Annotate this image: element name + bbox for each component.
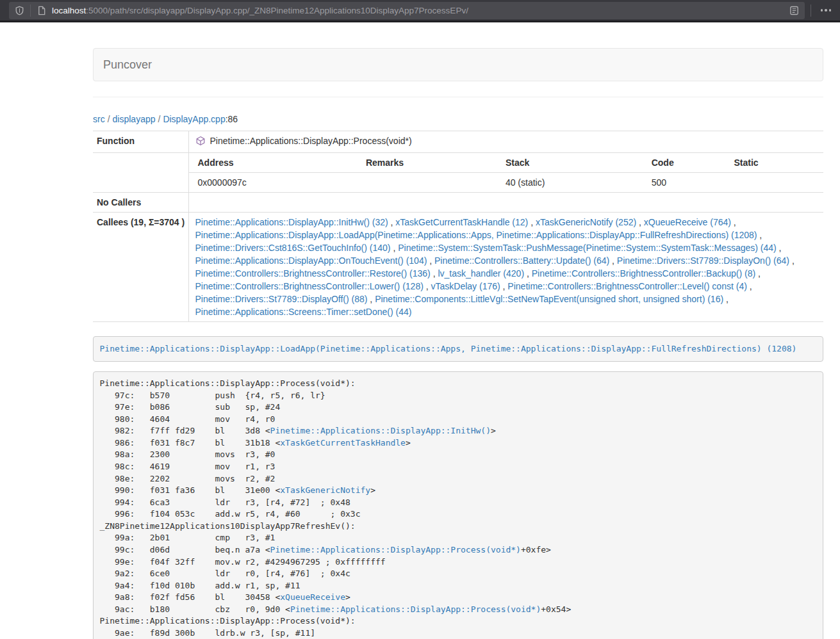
callees-row: Callees (19, Σ=3704 ) Pinetime::Applicat…: [93, 213, 823, 322]
callee-link[interactable]: xQueueReceive (764): [644, 217, 731, 227]
stack-value: 40 (static): [497, 173, 643, 193]
app-navbar: Puncover: [93, 48, 823, 81]
callee-link[interactable]: xTaskGetCurrentTaskHandle (12): [395, 217, 528, 227]
function-name: Pinetime::Applications::DisplayApp::Proc…: [210, 134, 412, 147]
callee-link[interactable]: Pinetime::Controllers::BrightnessControl…: [532, 268, 755, 279]
static-value: [725, 173, 823, 193]
col-header-remarks: Remarks: [357, 153, 497, 173]
callee-link[interactable]: lv_task_handler (420): [438, 268, 524, 279]
callee-link[interactable]: Pinetime::Controllers::BrightnessControl…: [507, 281, 746, 291]
callee-link[interactable]: Pinetime::Applications::DisplayApp::OnTo…: [195, 255, 427, 266]
toolbar-divider: [811, 4, 811, 17]
address-value: 0x0000097c: [189, 173, 357, 193]
callees-label: Callees (19, Σ=3704 ): [93, 213, 188, 322]
asm-symbol-link[interactable]: xTaskGetCurrentTaskHandle: [280, 438, 406, 448]
metrics-values-row: 0x0000097c 40 (static) 500: [189, 173, 824, 193]
col-header-code: Code: [643, 153, 725, 173]
breadcrumb-separator: /: [156, 114, 163, 124]
breadcrumb-link-file[interactable]: DisplayApp.cpp: [163, 114, 225, 124]
function-row: Function Pinetime::Applications::Display…: [93, 131, 823, 153]
callee-link[interactable]: xTaskGenericNotify (252): [536, 217, 636, 227]
callee-link[interactable]: Pinetime::Drivers::Cst816S::GetTouchInfo…: [195, 243, 391, 253]
browser-toolbar: localhost:5000/path/src/displayapp/Displ…: [0, 0, 840, 22]
highlighted-symbol-box: Pinetime::Applications::DisplayApp::Load…: [93, 336, 823, 362]
asm-symbol-link[interactable]: Pinetime::Applications::DisplayApp::Proc…: [270, 545, 521, 554]
callee-link[interactable]: Pinetime::Controllers::BrightnessControl…: [195, 281, 424, 291]
page-icon: [37, 5, 47, 15]
remarks-value: [357, 173, 497, 193]
callee-link[interactable]: Pinetime::Components::LittleVgl::SetNewT…: [375, 294, 723, 304]
callee-link[interactable]: Pinetime::Drivers::St7789::DisplayOn() (…: [617, 255, 789, 266]
no-callers-row: No Callers: [93, 193, 823, 213]
breadcrumb-line-number: :86: [226, 114, 238, 124]
breadcrumb-link-src[interactable]: src: [93, 114, 105, 124]
function-label: Function: [93, 131, 188, 153]
asm-symbol-link[interactable]: Pinetime::Applications::DisplayApp::Proc…: [290, 604, 541, 614]
symbol-detail-table: Function Pinetime::Applications::Display…: [93, 131, 823, 322]
metrics-table: Address Remarks Stack Code Static 0x0000…: [189, 153, 824, 192]
callee-link[interactable]: vTaskDelay (176): [431, 281, 500, 291]
asm-symbol-link[interactable]: xQueueReceive: [280, 592, 345, 602]
col-header-static: Static: [725, 153, 823, 173]
callee-link[interactable]: Pinetime::System::SystemTask::PushMessag…: [398, 243, 777, 253]
breadcrumb: src/displayapp/DisplayApp.cpp:86: [93, 113, 823, 125]
url-bar[interactable]: localhost:5000/path/src/displayapp/Displ…: [9, 2, 805, 19]
breadcrumb-link-displayapp[interactable]: displayapp: [113, 114, 156, 124]
shield-icon[interactable]: [14, 5, 24, 15]
highlighted-symbol-link[interactable]: Pinetime::Applications::DisplayApp::Load…: [100, 344, 797, 353]
callee-link[interactable]: Pinetime::Controllers::BrightnessControl…: [195, 268, 431, 279]
cube-symbol-icon: [195, 136, 206, 146]
urlbar-divider: [30, 4, 31, 17]
callees-list: Pinetime::Applications::DisplayApp::Init…: [188, 213, 823, 322]
callee-link[interactable]: Pinetime::Applications::DisplayApp::Init…: [195, 217, 388, 227]
col-header-stack: Stack: [497, 153, 643, 173]
url-host: localhost: [52, 6, 86, 15]
menu-dots-icon[interactable]: [817, 9, 836, 12]
puncover-page: Puncover src/displayapp/DisplayApp.cpp:8…: [0, 48, 840, 639]
callee-link[interactable]: Pinetime::Drivers::St7789::DisplayOff() …: [195, 294, 368, 304]
url-path: :5000/path/src/displayapp/DisplayApp.cpp…: [86, 6, 468, 15]
app-brand[interactable]: Puncover: [94, 58, 152, 71]
reader-mode-icon[interactable]: [789, 5, 800, 15]
code-value: 500: [643, 173, 725, 193]
breadcrumb-separator: /: [105, 114, 113, 124]
callee-link[interactable]: Pinetime::Applications::DisplayApp::Load…: [195, 230, 757, 240]
divider: [93, 97, 823, 97]
asm-symbol-link[interactable]: xTaskGenericNotify: [280, 485, 370, 495]
metrics-row: Address Remarks Stack Code Static 0x0000…: [93, 153, 823, 193]
callee-link[interactable]: Pinetime::Applications::Screens::Timer::…: [195, 307, 412, 317]
callee-link[interactable]: Pinetime::Controllers::Battery::Update()…: [434, 255, 609, 266]
url-text: localhost:5000/path/src/displayapp/Displ…: [52, 6, 789, 15]
assembly-listing: Pinetime::Applications::DisplayApp::Proc…: [93, 371, 823, 639]
asm-symbol-link[interactable]: Pinetime::Applications::DisplayApp::Init…: [270, 426, 491, 435]
col-header-address: Address: [189, 153, 357, 173]
no-callers-label: No Callers: [93, 193, 188, 213]
